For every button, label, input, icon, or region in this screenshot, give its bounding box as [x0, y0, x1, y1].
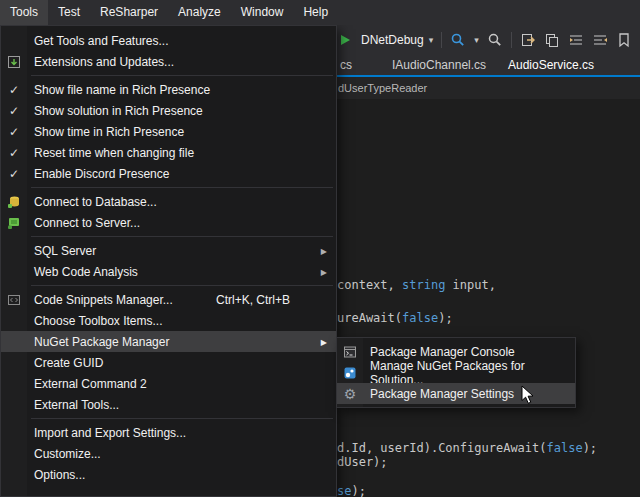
menu-item-label: Connect to Database...: [34, 195, 157, 209]
tab-partial[interactable]: cs: [340, 55, 352, 75]
nuget-package-icon: [342, 365, 358, 381]
menu-item-sql-server[interactable]: SQL Server ▶: [1, 240, 336, 261]
code-line: ureAwait(false);: [337, 311, 453, 325]
menu-item-label: Options...: [34, 468, 85, 482]
menu-analyze[interactable]: Analyze: [168, 0, 231, 25]
vs-window: context, string input, ureAwait(false); …: [0, 0, 640, 497]
menu-item-create-guid[interactable]: Create GUID: [1, 352, 336, 373]
copy-icon[interactable]: [544, 32, 560, 48]
start-debug-icon[interactable]: [337, 32, 353, 48]
menu-item-get-tools-and-features[interactable]: Get Tools and Features...: [1, 30, 336, 51]
menu-separator: [31, 187, 333, 188]
menu-item-show-solution-rich-presence[interactable]: ✓ Show solution in Rich Presence: [1, 100, 336, 121]
code-text: );: [438, 311, 452, 325]
menu-item-label: Customize...: [34, 447, 101, 461]
menu-item-show-time-rich-presence[interactable]: ✓ Show time in Rich Presence: [1, 121, 336, 142]
menu-item-customize[interactable]: Customize...: [1, 443, 336, 464]
menu-item-label: External Tools...: [34, 398, 119, 412]
submenu-arrow-icon: ▶: [321, 337, 327, 346]
menu-separator: [31, 75, 333, 76]
menu-item-label: Reset time when changing file: [34, 146, 194, 160]
outdent-icon[interactable]: [568, 32, 584, 48]
gear-glyph: ⚙: [344, 387, 357, 401]
menu-item-connect-to-server[interactable]: Connect to Server...: [1, 212, 336, 233]
code-text: ureAwait(: [337, 311, 402, 325]
menu-item-label: NuGet Package Manager: [34, 335, 169, 349]
snippets-icon: [6, 292, 22, 308]
check-icon: ✓: [9, 167, 19, 181]
code-keyword: false: [547, 441, 583, 455]
code-text: );: [583, 441, 597, 455]
menu-item-reset-time-when-changing-file[interactable]: ✓ Reset time when changing file: [1, 142, 336, 163]
code-keyword: string: [402, 278, 445, 292]
code-text: input,: [445, 278, 496, 292]
menu-item-code-snippets-manager[interactable]: Code Snippets Manager... Ctrl+K, Ctrl+B: [1, 289, 336, 310]
menu-item-shortcut: Ctrl+K, Ctrl+B: [216, 293, 328, 307]
code-text: );: [351, 484, 365, 497]
gear-icon: ⚙: [342, 386, 358, 402]
menu-item-import-export-settings[interactable]: Import and Export Settings...: [1, 422, 336, 443]
menu-item-external-tools[interactable]: External Tools...: [1, 394, 336, 415]
indent-icon[interactable]: [592, 32, 608, 48]
search-icon[interactable]: [487, 32, 503, 48]
goto-icon[interactable]: [520, 32, 536, 48]
chevron-down-icon: ▾: [429, 35, 434, 45]
menu-item-label: Show solution in Rich Presence: [34, 104, 203, 118]
breadcrumb[interactable]: dUserTypeReader: [338, 77, 427, 99]
menu-item-web-code-analysis[interactable]: Web Code Analysis ▶: [1, 261, 336, 282]
menu-item-label: Connect to Server...: [34, 216, 140, 230]
menu-item-external-command-2[interactable]: External Command 2: [1, 373, 336, 394]
menu-item-choose-toolbox-items[interactable]: Choose Toolbox Items...: [1, 310, 336, 331]
code-line: dUser);: [337, 455, 388, 469]
menu-item-extensions-and-updates[interactable]: Extensions and Updates...: [1, 51, 336, 72]
server-icon: [6, 215, 22, 231]
tools-dropdown-menu: Get Tools and Features... Extensions and…: [0, 25, 337, 497]
submenu-item-label: Package Manager Console: [370, 345, 515, 359]
menu-item-label: Import and Export Settings...: [34, 426, 186, 440]
menu-item-label: Show file name in Rich Presence: [34, 83, 210, 97]
code-text: d.Id, userId).ConfigureAwait(: [337, 441, 547, 455]
tab-audioservice[interactable]: AudioService.cs: [508, 55, 594, 75]
code-text: context,: [337, 278, 402, 292]
menu-item-label: Extensions and Updates...: [34, 55, 174, 69]
submenu-item-label: Package Manager Settings: [370, 387, 514, 401]
menu-item-nuget-package-manager[interactable]: NuGet Package Manager ▶: [1, 331, 336, 352]
menu-item-show-file-name-rich-presence[interactable]: ✓ Show file name in Rich Presence: [1, 79, 336, 100]
menu-item-connect-to-database[interactable]: Connect to Database...: [1, 191, 336, 212]
debug-target-dropdown[interactable]: DNetDebug ▾: [361, 33, 433, 47]
menu-resharper[interactable]: ReSharper: [90, 0, 168, 25]
code-keyword: se: [337, 484, 351, 497]
search-dropdown-icon[interactable]: [450, 32, 466, 48]
check-icon: ✓: [9, 146, 19, 160]
database-icon: [6, 194, 22, 210]
code-keyword: false: [402, 311, 438, 325]
tab-iaudiochannel[interactable]: IAudioChannel.cs: [392, 55, 486, 75]
menu-window[interactable]: Window: [231, 0, 294, 25]
menu-item-enable-discord-presence[interactable]: ✓ Enable Discord Presence: [1, 163, 336, 184]
console-icon: [342, 344, 358, 360]
check-icon: ✓: [9, 83, 19, 97]
check-icon: ✓: [9, 125, 19, 139]
menu-item-label: Code Snippets Manager...: [34, 293, 173, 307]
menu-item-label: Enable Discord Presence: [34, 167, 169, 181]
mouse-cursor: [521, 385, 535, 405]
menu-item-label: Create GUID: [34, 356, 103, 370]
menu-item-options[interactable]: Options...: [1, 464, 336, 485]
submenu-item-package-manager-settings[interactable]: ⚙ Package Manager Settings: [337, 383, 575, 404]
menu-item-label: SQL Server: [34, 244, 96, 258]
toolbar-separator: [441, 32, 442, 48]
menu-tools[interactable]: Tools: [0, 0, 48, 25]
menu-test[interactable]: Test: [48, 0, 90, 25]
menu-item-label: External Command 2: [34, 377, 147, 391]
menu-item-label: Get Tools and Features...: [34, 34, 169, 48]
check-icon: ✓: [9, 104, 19, 118]
code-line: d.Id, userId).ConfigureAwait(false);: [337, 441, 597, 455]
menu-item-label: Show time in Rich Presence: [34, 125, 184, 139]
code-line: context, string input,: [337, 278, 496, 292]
submenu-item-manage-nuget-packages[interactable]: Manage NuGet Packages for Solution...: [337, 362, 575, 383]
submenu-arrow-icon: ▶: [321, 246, 327, 255]
menu-help[interactable]: Help: [293, 0, 338, 25]
chevron-down-icon[interactable]: ▾: [474, 35, 479, 45]
code-text: dUser);: [337, 455, 388, 469]
bookmark-icon[interactable]: [616, 32, 632, 48]
